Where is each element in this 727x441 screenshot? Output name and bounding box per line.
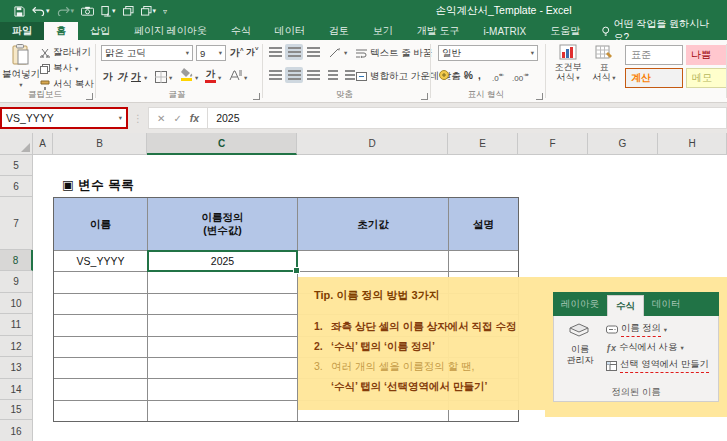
cell-b8[interactable]: VS_YYYY [54,251,147,271]
font-name-combo[interactable]: 맑은 고딕▾ [101,45,193,61]
row-header-9[interactable]: 9 [0,271,33,293]
tab-home[interactable]: 홈 [44,22,78,40]
alignment-dialog-launcher[interactable] [421,93,428,100]
wrap-text-button[interactable]: 텍스트 줄 바꿈 [356,47,432,60]
row-header-11[interactable]: 11 [0,314,33,336]
row-header-13[interactable]: 13 [0,357,33,379]
font-dialog-launcher[interactable] [253,93,260,100]
row-header-14[interactable]: 14 [0,379,33,400]
col-header-h[interactable]: H [658,133,727,155]
accounting-caret[interactable]: ▾ [453,73,456,81]
font-size-combo[interactable]: 9▾ [196,45,226,61]
tab-file[interactable]: 파일 [0,22,44,40]
italic-button[interactable]: 가 [117,70,127,84]
align-middle-button[interactable] [285,44,303,60]
cell-b11[interactable] [54,315,147,335]
borders-button[interactable] [155,71,167,85]
cell-c14[interactable] [148,379,297,399]
select-all-corner[interactable] [0,133,33,155]
cancel-icon[interactable]: ✕ [157,113,165,124]
align-center-button[interactable] [285,67,303,83]
cell-c13[interactable] [148,358,297,378]
align-right-button[interactable] [304,67,322,83]
decrease-decimal-button[interactable]: .00↠ [512,71,529,83]
cell-c9[interactable] [148,272,297,292]
comma-style-button[interactable]: , [478,70,481,81]
cut-button[interactable]: 잘라내기 [40,46,91,59]
tell-me-box[interactable]: 어떤 작업을 원하시나요? [592,22,727,40]
cell-style-normal[interactable]: 표준 [625,45,683,65]
phonetic-caret[interactable]: ▾ [244,74,247,82]
tab-page-layout[interactable]: 페이지 레이아웃 [122,22,219,40]
cell-c11[interactable] [148,315,297,335]
cell-style-bad[interactable]: 나쁨 [686,45,727,65]
row-header-12[interactable]: 12 [0,336,33,357]
cell-b13[interactable] [54,358,147,378]
tab-formulas[interactable]: 수식 [219,22,263,40]
name-box-caret[interactable]: ▾ [119,114,122,122]
insert-function-icon[interactable]: fx [190,112,199,124]
row-header-10[interactable]: 10 [0,293,33,314]
tab-imatrix[interactable]: i-MATRIX [472,22,539,40]
underline-caret[interactable]: ▾ [144,74,147,82]
table-header-description[interactable]: 설명 [449,198,518,250]
row-header-16[interactable]: 16 [0,420,33,441]
row-header-7[interactable]: 7 [0,197,33,250]
paste-button[interactable]: 붙여넣기 ▾ [6,44,36,89]
row-header-6[interactable]: 6 [0,176,33,197]
col-header-c[interactable]: C [147,133,297,155]
table-header-initial[interactable]: 초기값 [298,198,448,250]
col-header-g[interactable]: G [588,133,658,155]
cell-b10[interactable] [54,294,147,314]
cell-c8-selected[interactable]: 2025 [148,251,297,271]
table-header-definition[interactable]: 이름정의 (변수값) [148,198,297,250]
cell-e8[interactable] [449,251,518,271]
cell-d8[interactable] [298,251,448,271]
tab-developer[interactable]: 개발 도구 [405,22,472,40]
align-bottom-button[interactable] [304,44,322,60]
row-header-8[interactable]: 8 [0,250,33,271]
font-color-button[interactable]: 가 [205,68,216,83]
cell-c15[interactable] [148,401,297,421]
table-header-name[interactable]: 이름 [54,198,147,250]
font-color-caret[interactable]: ▾ [218,74,221,82]
align-left-button[interactable] [266,67,284,83]
clipboard-dialog-launcher[interactable] [86,93,93,100]
number-dialog-launcher[interactable] [536,93,543,100]
cell-b12[interactable] [54,337,147,357]
decrease-indent-button[interactable] [324,67,342,83]
tab-insert[interactable]: 삽입 [78,22,122,40]
number-format-combo[interactable]: 일반▾ [438,45,538,61]
underline-button[interactable]: 가 [131,70,141,84]
name-box[interactable]: VS_YYYY ▾ [0,107,128,129]
shrink-font-button[interactable]: 가˅ [246,46,259,59]
enter-icon[interactable]: ✓ [173,113,181,124]
borders-caret[interactable]: ▾ [169,74,172,82]
col-header-f[interactable]: F [518,133,588,155]
conditional-formatting-button[interactable]: 조건부서식 ▾ [552,44,584,83]
tab-data[interactable]: 데이터 [263,22,317,40]
tab-view[interactable]: 보기 [361,22,405,40]
percent-style-button[interactable]: % [464,70,473,81]
cell-b15[interactable] [54,401,147,421]
cell-b14[interactable] [54,379,147,399]
bold-button[interactable]: 가 [103,70,113,84]
col-header-d[interactable]: D [297,133,448,155]
row-header-5[interactable]: 5 [0,155,33,176]
cell-style-note[interactable]: 메모 [686,68,727,88]
formula-input[interactable]: 2025 [208,107,727,129]
orientation-button[interactable] [326,44,344,60]
cell-c12[interactable] [148,337,297,357]
cell-b9[interactable] [54,272,147,292]
col-header-e[interactable]: E [448,133,518,155]
format-as-table-button[interactable]: 표서식 ▾ [589,44,619,83]
fill-color-caret[interactable]: ▾ [195,74,198,82]
cell-style-calculation[interactable]: 계산 [625,68,683,88]
tab-help[interactable]: 도움말 [538,22,592,40]
increase-decimal-button[interactable]: .0↞ [492,71,504,83]
col-header-b[interactable]: B [53,133,147,155]
cell-c10[interactable] [148,294,297,314]
accounting-format-button[interactable] [438,68,451,83]
phonetic-guide-button[interactable] [229,69,242,83]
col-header-a[interactable]: A [33,133,53,155]
